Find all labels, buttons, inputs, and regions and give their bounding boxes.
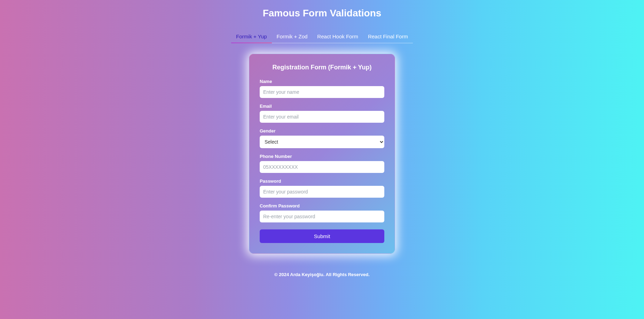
form-title: Registration Form (Formik + Yup) xyxy=(260,64,384,71)
phone-label: Phone Number xyxy=(260,154,384,159)
submit-button[interactable]: Submit xyxy=(260,229,384,243)
confirm-password-input[interactable] xyxy=(260,211,384,222)
tab-formik-yup[interactable]: Formik + Yup xyxy=(231,33,272,43)
phone-input[interactable] xyxy=(260,161,384,173)
tab-bar: Formik + Yup Formik + Zod React Hook For… xyxy=(231,33,413,43)
name-label: Name xyxy=(260,79,384,84)
email-input[interactable] xyxy=(260,111,384,123)
email-label: Email xyxy=(260,104,384,109)
name-input[interactable] xyxy=(260,86,384,98)
footer-copyright: © 2024 Arda Keyişoğlu. All Rights Reserv… xyxy=(274,272,370,277)
password-label: Password xyxy=(260,179,384,184)
page-title: Famous Form Validations xyxy=(263,8,382,19)
password-input[interactable] xyxy=(260,186,384,198)
registration-form-card: Registration Form (Formik + Yup) Name Em… xyxy=(249,54,395,254)
tab-react-final-form[interactable]: React Final Form xyxy=(363,33,413,43)
gender-select[interactable]: Select xyxy=(260,136,384,148)
tab-formik-zod[interactable]: Formik + Zod xyxy=(272,33,313,43)
gender-label: Gender xyxy=(260,128,384,134)
tab-react-hook-form[interactable]: React Hook Form xyxy=(312,33,363,43)
confirm-password-label: Confirm Password xyxy=(260,203,384,208)
